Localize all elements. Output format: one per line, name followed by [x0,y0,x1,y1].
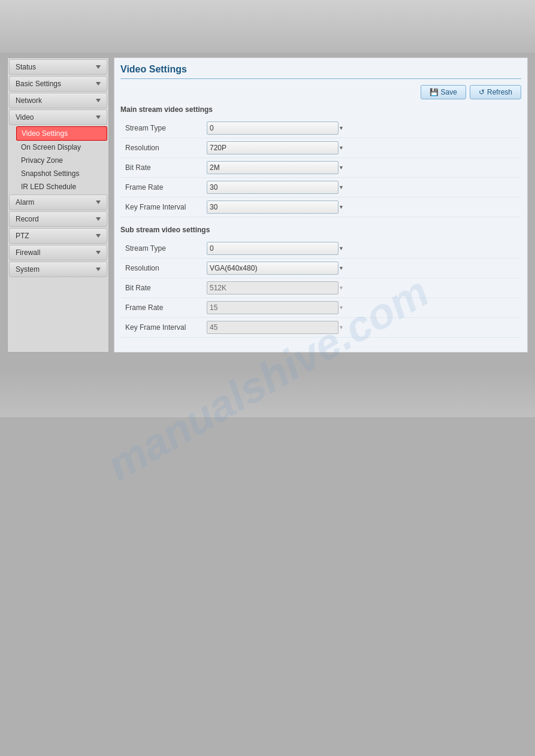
sidebar-item-video-settings[interactable]: Video Settings [16,126,107,141]
video-submenu: Video Settings On Screen Display Privacy… [9,126,107,193]
table-row: Key Frame Interval 30 [120,198,521,217]
table-row: Resolution 720P [120,138,521,158]
main-stream-label: Main stream video settings [120,105,521,114]
sub-key-frame-cell: 45 [204,318,521,338]
sidebar-item-network[interactable]: Network [9,93,107,108]
sub-stream-label: Sub stream video settings [120,226,521,234]
top-bar [0,0,535,53]
sub-resolution-label: Resolution [120,259,204,278]
frame-rate-select[interactable]: 30 [207,181,338,194]
sidebar-item-record-label: Record [16,215,39,223]
sidebar-item-firewall[interactable]: Firewall [9,245,107,260]
sub-key-frame-display: 45 [207,321,338,334]
bit-rate-select[interactable]: 2M [207,161,338,174]
sidebar-item-ptz[interactable]: PTZ [9,228,107,244]
table-row: Stream Type 0 [120,239,521,259]
sub-stream-type-select[interactable]: 0 [207,242,338,255]
sidebar-item-alarm[interactable]: Alarm [9,195,107,210]
save-icon: 💾 [430,88,439,96]
sub-frame-rate-cell: 15 [204,298,521,318]
sidebar-item-record[interactable]: Record [9,211,107,227]
table-row: Bit Rate 2M [120,158,521,178]
sub-resolution-wrapper: VGA(640x480) [207,262,347,275]
sub-stream-type-cell: 0 [204,239,521,259]
chevron-down-icon [96,217,101,221]
sub-frame-rate-label: Frame Rate [120,298,204,318]
refresh-icon: ↺ [479,88,485,96]
stream-type-select[interactable]: 0 [207,122,338,135]
bottom-bar [0,369,535,417]
refresh-button[interactable]: ↺ Refresh [470,85,521,99]
chevron-down-icon [96,268,101,271]
chevron-down-icon [96,99,101,102]
sidebar-item-network-label: Network [16,96,42,105]
sidebar-item-video-label: Video [16,113,34,122]
sub-resolution-cell: VGA(640x480) [204,259,521,278]
sidebar-item-ptz-label: PTZ [16,232,29,240]
main-stream-table: Stream Type 0 Resolution 720P [120,119,521,217]
sub-bit-rate-cell: 512K [204,278,521,298]
sub-bit-rate-label: Bit Rate [120,278,204,298]
stream-type-cell: 0 [204,119,521,138]
frame-rate-wrapper: 30 [207,181,347,194]
resolution-label: Resolution [120,138,204,158]
key-frame-label: Key Frame Interval [120,198,204,217]
resolution-cell: 720P [204,138,521,158]
sidebar-item-snapshot-settings[interactable]: Snapshot Settings [16,167,107,180]
sidebar-item-basic-settings[interactable]: Basic Settings [9,76,107,92]
bit-rate-wrapper: 2M [207,161,347,174]
page-title: Video Settings [120,64,521,79]
sub-bit-rate-display: 512K [207,281,338,294]
sidebar: Status Basic Settings Network Video Vide… [7,57,109,353]
resolution-select[interactable]: 720P [207,141,338,154]
sidebar-item-status-label: Status [16,63,36,71]
chevron-down-icon [96,116,101,119]
stream-type-label: Stream Type [120,119,204,138]
chevron-down-icon [96,82,101,86]
table-row: Frame Rate 15 [120,298,521,318]
sidebar-item-video[interactable]: Video [9,110,107,125]
sidebar-item-alarm-label: Alarm [16,198,34,207]
sub-resolution-select[interactable]: VGA(640x480) [207,262,338,275]
sidebar-item-system[interactable]: System [9,262,107,277]
table-row: Frame Rate 30 [120,178,521,198]
chevron-down-icon [96,234,101,238]
toolbar: 💾 Save ↺ Refresh [120,85,521,99]
sidebar-item-firewall-label: Firewall [16,248,40,257]
sub-key-frame-wrapper: 45 [207,321,347,334]
resolution-wrapper: 720P [207,141,347,154]
bit-rate-cell: 2M [204,158,521,178]
chevron-down-icon [96,251,101,254]
sidebar-item-system-label: System [16,265,40,274]
sub-frame-rate-display: 15 [207,301,338,314]
table-row: Resolution VGA(640x480) [120,259,521,278]
sub-key-frame-label: Key Frame Interval [120,318,204,338]
frame-rate-label: Frame Rate [120,178,204,198]
table-row: Stream Type 0 [120,119,521,138]
table-row: Key Frame Interval 45 [120,318,521,338]
sub-frame-rate-wrapper: 15 [207,301,347,314]
sidebar-item-status[interactable]: Status [9,59,107,75]
refresh-label: Refresh [487,88,512,96]
bit-rate-label: Bit Rate [120,158,204,178]
key-frame-wrapper: 30 [207,201,347,214]
sub-stream-table: Stream Type 0 Resolution VGA(640x480) [120,239,521,338]
sub-bit-rate-wrapper: 512K [207,281,347,294]
stream-type-wrapper: 0 [207,122,347,135]
save-button[interactable]: 💾 Save [421,85,466,99]
key-frame-select[interactable]: 30 [207,201,338,214]
main-content: Video Settings 💾 Save ↺ Refresh Main str… [114,57,528,353]
chevron-down-icon [96,201,101,204]
main-layout: Status Basic Settings Network Video Vide… [0,53,535,357]
sub-stream-type-wrapper: 0 [207,242,347,255]
frame-rate-cell: 30 [204,178,521,198]
table-row: Bit Rate 512K [120,278,521,298]
sidebar-item-privacy-zone[interactable]: Privacy Zone [16,154,107,167]
key-frame-cell: 30 [204,198,521,217]
sidebar-item-ir-led-schedule[interactable]: IR LED Schedule [16,180,107,193]
save-label: Save [441,88,457,96]
sidebar-item-on-screen-display[interactable]: On Screen Display [16,141,107,154]
sub-stream-type-label: Stream Type [120,239,204,259]
chevron-down-icon [96,65,101,69]
sidebar-item-basic-settings-label: Basic Settings [16,80,61,88]
